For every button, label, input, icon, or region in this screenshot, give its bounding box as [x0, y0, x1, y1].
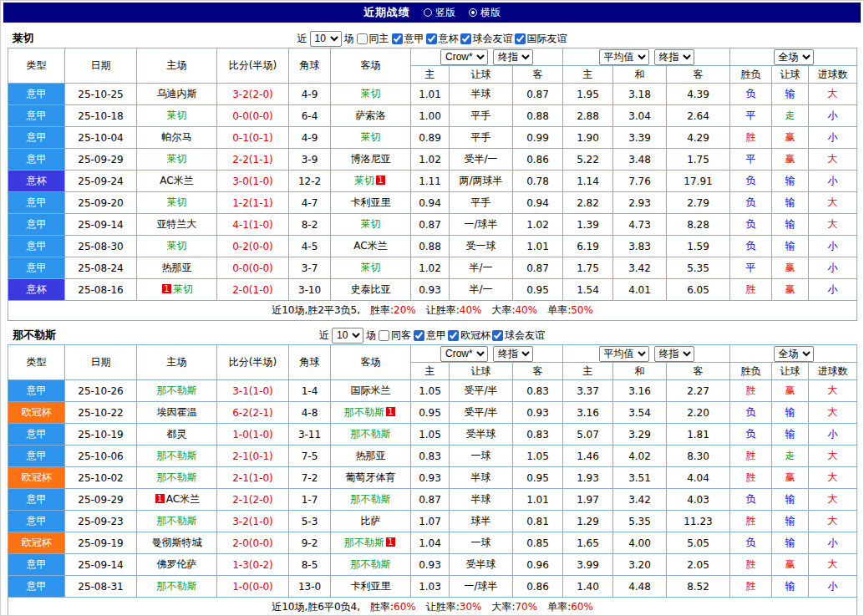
result-handicap-cell: 赢: [772, 380, 809, 402]
league-cell: 意杯: [8, 171, 65, 192]
average-odds-select[interactable]: 平均值: [599, 346, 649, 362]
league-filter-label: 国际友谊: [527, 32, 567, 46]
match-count-select[interactable]: 10: [310, 31, 342, 47]
asian-away-odds-cell: 0.88: [513, 105, 563, 127]
team-name: 亚特兰大: [157, 218, 197, 230]
same-venue-filter[interactable]: 同客: [379, 328, 411, 343]
summary-stat-label: 单率:: [547, 601, 571, 613]
league-checkbox[interactable]: [492, 330, 503, 341]
same-venue-checkbox[interactable]: [379, 330, 389, 341]
league-filter-label: 球会友谊: [505, 328, 545, 343]
league-checkbox[interactable]: [448, 330, 459, 341]
bookmaker-select[interactable]: Crow*: [440, 49, 488, 65]
result-wdl-cell: 胜: [730, 127, 772, 149]
league-cell: 意甲: [8, 236, 65, 257]
match-row: 意甲25-09-29莱切2-2(1-1)3-9博洛尼亚1.02受半/一0.865…: [8, 149, 857, 171]
result-handicap-cell: 赢: [772, 257, 809, 279]
away-team-cell: 博洛尼亚: [331, 149, 411, 171]
result-wdl-cell: 胜: [730, 380, 772, 402]
same-venue-filter[interactable]: 同主: [357, 32, 389, 46]
summary-text: 近10场,胜6平0负4,胜率:60%让胜率:30%大率:70%单率:60%: [8, 598, 857, 616]
match-row: 意甲25-10-19都灵1-0(1-0)3-11那不勒斯1.05受半球0.835…: [8, 424, 857, 445]
radio-horizontal-layout[interactable]: 横版: [469, 6, 501, 20]
col-type: 类型: [8, 345, 65, 380]
asian-away-odds-cell: 0.83: [513, 424, 563, 445]
euro-home-odds-cell: 1.54: [563, 279, 613, 301]
league-filter[interactable]: 球会友谊: [460, 32, 513, 46]
euro-draw-odds-cell: 3.42: [613, 257, 667, 279]
match-row: 意甲25-08-30莱切0-2(0-0)4-5AC米兰0.88受一球1.016.…: [8, 236, 857, 257]
handicap-line-cell: 半球: [450, 467, 513, 489]
team-name: 那不勒斯: [344, 537, 384, 548]
home-team-cell: 都灵: [137, 424, 217, 445]
bookmaker-select[interactable]: Crow*: [440, 346, 488, 362]
league-filter[interactable]: 球会友谊: [492, 328, 545, 343]
league-checkbox[interactable]: [515, 33, 526, 44]
home-team-cell: 莱切: [137, 149, 217, 171]
result-goals-cell: 小: [809, 127, 857, 149]
asian-home-odds-cell: 0.87: [411, 214, 450, 236]
summary-stat: 单率:50%: [547, 304, 593, 316]
date-cell: 25-08-24: [65, 257, 137, 279]
league-checkbox[interactable]: [414, 330, 424, 341]
league-cell: 意甲: [8, 105, 65, 127]
summary-stat-label: 让胜率:: [426, 601, 460, 613]
date-cell: 25-10-18: [65, 105, 137, 127]
league-filter[interactable]: 欧冠杯: [448, 328, 490, 343]
euro-home-odds-cell: 1.97: [563, 489, 613, 511]
result-wdl-cell: 平: [730, 149, 772, 171]
scope-select[interactable]: 全场: [774, 346, 814, 362]
radio-vertical-layout[interactable]: 竖版: [424, 6, 455, 20]
league-cell: 意甲: [8, 84, 65, 105]
result-wdl-cell: 负: [730, 171, 772, 192]
team-name: 莱切: [173, 283, 193, 295]
col-score: 比分(半场): [217, 345, 289, 380]
league-cell: 欧冠杯: [8, 402, 65, 424]
col-home: 主场: [137, 345, 217, 380]
league-filter[interactable]: 意甲: [392, 32, 424, 46]
league-filter[interactable]: 意甲: [414, 328, 446, 343]
euro-home-odds-cell: 1.95: [563, 84, 613, 105]
team-name: AC米兰: [353, 240, 387, 252]
euro-away-odds-cell: 5.05: [667, 532, 730, 554]
average-odds-select[interactable]: 平均值: [599, 49, 649, 65]
asian-final-odds-select[interactable]: 终指: [493, 49, 533, 65]
asian-away-odds-cell: 1.05: [513, 445, 563, 467]
col-res-goal: 进球数: [809, 363, 857, 380]
euro-draw-odds-cell: 3.42: [613, 489, 667, 511]
euro-draw-odds-cell: 3.83: [613, 236, 667, 257]
result-handicap-cell: 输: [772, 171, 809, 192]
corners-cell: 6-4: [289, 105, 331, 127]
euro-final-odds-select[interactable]: 终指: [654, 49, 694, 65]
away-team-cell: 莱切: [331, 127, 411, 149]
match-row: 意甲25-10-26那不勒斯3-1(1-0)1-4国际米兰1.05受平/半0.8…: [8, 380, 857, 402]
summary-stat-value: 30%: [460, 601, 482, 613]
league-checkbox[interactable]: [426, 33, 437, 44]
euro-away-odds-cell: 8.30: [667, 445, 730, 467]
result-handicap-cell: 输: [772, 576, 809, 598]
matches-unit-label: 场: [344, 32, 354, 46]
summary-stat: 大率:70%: [491, 601, 537, 613]
col-res-ah: 让球: [772, 66, 809, 84]
league-checkbox[interactable]: [392, 33, 403, 44]
league-filter[interactable]: 意杯: [426, 32, 459, 46]
team-name: 那不勒斯: [157, 450, 197, 461]
score-cell: 0-0(0-0): [217, 257, 289, 279]
away-team-cell: AC米兰: [331, 236, 411, 257]
league-filter[interactable]: 国际友谊: [515, 32, 567, 46]
match-count-select[interactable]: 10: [332, 328, 363, 344]
scope-select[interactable]: 全场: [774, 49, 814, 65]
league-checkbox[interactable]: [460, 33, 471, 44]
asian-final-odds-select[interactable]: 终指: [493, 346, 533, 362]
team-name: 佛罗伦萨: [157, 558, 197, 570]
score-cell: 0-0(0-0): [217, 105, 289, 127]
result-wdl-cell: 胜: [730, 576, 772, 598]
corners-cell: 8-5: [289, 554, 331, 576]
euro-final-odds-select[interactable]: 终指: [654, 346, 694, 362]
summary-stat-label: 让胜率:: [426, 304, 460, 316]
league-cell: 意甲: [8, 192, 65, 214]
same-venue-checkbox[interactable]: [357, 33, 368, 44]
corners-cell: 1-4: [289, 380, 331, 402]
asian-away-odds-cell: 0.95: [513, 279, 563, 301]
result-handicap-cell: 走: [772, 105, 809, 127]
